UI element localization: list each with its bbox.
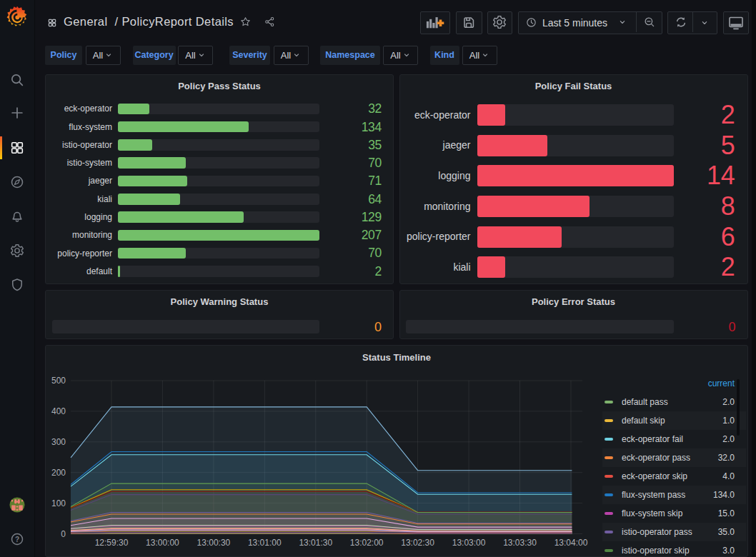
- svg-text:300: 300: [51, 437, 66, 447]
- svg-text:13:00:00: 13:00:00: [146, 538, 179, 548]
- svg-text:?: ?: [15, 536, 19, 543]
- svg-text:13:01:30: 13:01:30: [299, 538, 332, 548]
- svg-text:13:00:30: 13:00:30: [197, 538, 231, 548]
- svg-text:13:02:00: 13:02:00: [350, 538, 384, 548]
- svg-text:200: 200: [51, 468, 66, 478]
- svg-text:13:03:30: 13:03:30: [503, 538, 537, 548]
- svg-text:100: 100: [51, 498, 66, 508]
- svg-text:13:03:00: 13:03:00: [452, 538, 486, 548]
- svg-text:0: 0: [61, 529, 66, 539]
- svg-text:400: 400: [51, 406, 66, 416]
- svg-text:13:01:00: 13:01:00: [248, 538, 282, 548]
- svg-text:13:02:30: 13:02:30: [401, 538, 434, 548]
- svg-text:500: 500: [51, 376, 66, 386]
- svg-text:13:04:00: 13:04:00: [554, 538, 588, 548]
- svg-text:12:59:30: 12:59:30: [95, 538, 129, 548]
